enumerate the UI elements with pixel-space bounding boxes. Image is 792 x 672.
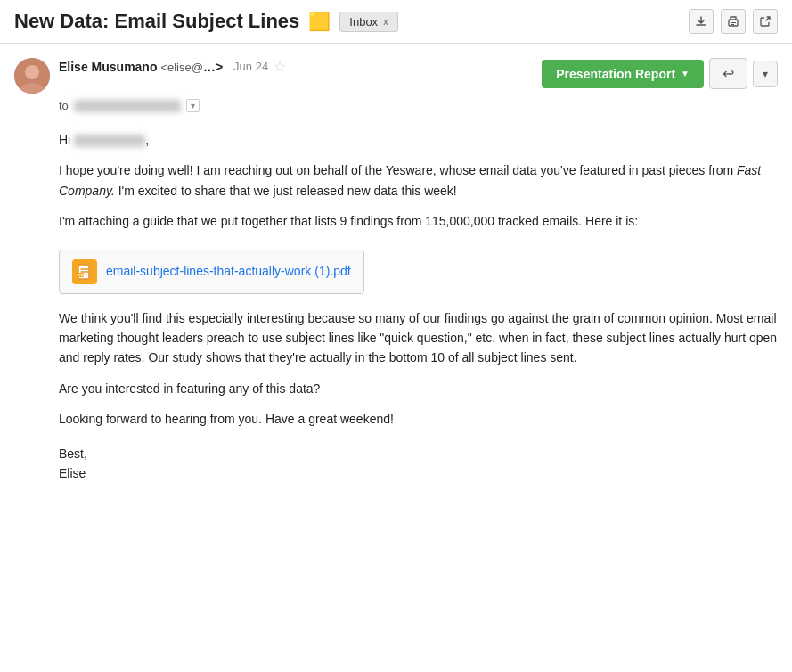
email-body: Hi , I hope you're doing well! I am reac…: [0, 123, 792, 497]
paragraph-2: I'm attaching a guide that we put togeth…: [59, 211, 778, 231]
email-signature: Best, Elise: [59, 444, 778, 484]
paragraph-4: Are you interested in featuring any of t…: [59, 379, 778, 398]
top-bar-actions: [689, 9, 778, 34]
greeting-comma: ,: [145, 133, 149, 147]
reply-icon: ↩: [723, 66, 734, 81]
pdf-icon: PDF: [77, 264, 93, 280]
download-button[interactable]: [689, 9, 714, 34]
presentation-report-caret: ▼: [681, 69, 690, 78]
sign-off: Best,: [59, 444, 778, 463]
reply-button[interactable]: ↩: [709, 58, 747, 89]
inbox-tab-label: Inbox: [349, 15, 378, 29]
print-button[interactable]: [721, 9, 746, 34]
svg-rect-2: [731, 24, 734, 25]
dropdown-caret-icon: ▾: [763, 68, 768, 80]
sender-email: <elise@: [160, 61, 203, 74]
recipient-dropdown[interactable]: ▾: [186, 99, 200, 112]
inbox-tab-close[interactable]: x: [383, 16, 388, 27]
to-row: to ▾: [0, 94, 792, 123]
email-action-buttons: Presentation Report ▼ ↩ ▾: [542, 58, 778, 89]
attachment-file-icon: PDF: [72, 259, 97, 284]
email-header: Elise Musumano <elise@…> Jun 24 ☆ Presen…: [0, 44, 792, 94]
attachment-filename[interactable]: email-subject-lines-that-actually-work (…: [106, 261, 351, 281]
signature-name: Elise: [59, 463, 778, 483]
more-actions-button[interactable]: ▾: [753, 61, 778, 87]
paragraph-3: We think you'll find this especially int…: [59, 308, 778, 368]
presentation-report-label: Presentation Report: [556, 67, 675, 81]
sender-info: Elise Musumano <elise@…> Jun 24 ☆: [59, 58, 533, 75]
external-link-icon: [759, 15, 772, 28]
top-bar: New Data: Email Subject Lines 🟨 Inbox x: [0, 0, 792, 44]
external-link-button[interactable]: [753, 9, 778, 34]
svg-point-4: [25, 65, 39, 79]
attachment-box[interactable]: PDF email-subject-lines-that-actually-wo…: [59, 250, 364, 294]
email-date: Jun 24: [233, 60, 268, 73]
svg-text:PDF: PDF: [78, 273, 86, 277]
star-icon[interactable]: ☆: [274, 58, 286, 75]
greeting-line: Hi ,: [59, 130, 778, 150]
email-subject-title: New Data: Email Subject Lines: [14, 10, 299, 33]
download-icon: [695, 15, 707, 28]
paragraph-5: Looking forward to hearing from you. Hav…: [59, 409, 778, 429]
paragraph-1: I hope you're doing well! I am reaching …: [59, 160, 778, 201]
to-label: to: [59, 99, 69, 112]
avatar-image: [14, 58, 50, 94]
recipient-name-blurred: [74, 135, 145, 147]
sender-name: Elise Musumano <elise@…>: [59, 60, 223, 74]
folder-icon: 🟨: [308, 11, 331, 32]
presentation-report-button[interactable]: Presentation Report ▼: [542, 60, 704, 88]
sender-avatar: [14, 58, 50, 94]
print-icon: [727, 15, 739, 28]
svg-rect-1: [731, 22, 736, 23]
recipient-address: [74, 100, 181, 112]
greeting-hi: Hi: [59, 133, 70, 147]
inbox-tab[interactable]: Inbox x: [339, 12, 397, 32]
